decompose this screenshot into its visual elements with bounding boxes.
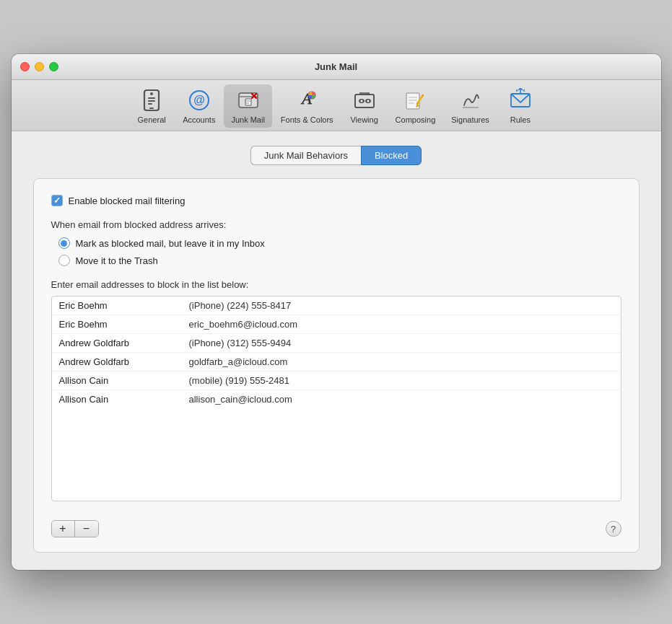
list-entry-contact: (mobile) (919) 555-2481 (189, 375, 289, 386)
add-remove-group: + − (51, 520, 99, 537)
signatures-icon (458, 87, 484, 113)
radio-row-move-trash[interactable]: Move it to the Trash (58, 255, 621, 266)
list-item[interactable]: Eric Boehm eric_boehm6@icloud.com (52, 315, 621, 334)
toolbar-label-composing: Composing (396, 115, 436, 124)
list-entry-name: Andrew Goldfarb (59, 356, 189, 367)
rules-icon (507, 87, 533, 113)
toolbar-item-signatures[interactable]: Signatures (444, 84, 497, 128)
list-entry-contact: (iPhone) (312) 555-9494 (189, 338, 292, 348)
maximize-button[interactable] (49, 62, 58, 71)
list-entry-name: Andrew Goldfarb (59, 338, 189, 348)
tab-junkmail-behaviors[interactable]: Junk Mail Behaviors (250, 146, 361, 165)
list-entry-contact: eric_boehm6@icloud.com (189, 319, 298, 330)
svg-rect-2 (148, 97, 155, 99)
svg-point-1 (150, 92, 153, 95)
svg-rect-4 (148, 103, 152, 105)
toolbar-label-signatures: Signatures (451, 115, 489, 124)
enable-filtering-checkbox[interactable] (51, 195, 63, 206)
blocked-list[interactable]: Eric Boehm (iPhone) (224) 555-8417 Eric … (51, 296, 621, 501)
tab-blocked[interactable]: Blocked (361, 146, 422, 165)
list-entry-name: Eric Boehm (59, 319, 189, 330)
window-title: Junk Mail (315, 61, 357, 72)
fontscolors-icon: A A (294, 87, 320, 113)
toolbar-label-general: General (138, 115, 166, 124)
add-button[interactable]: + (52, 521, 75, 537)
list-entry-name: Eric Boehm (59, 300, 189, 311)
svg-rect-3 (148, 100, 155, 102)
radio-label-mark-blocked: Mark as blocked mail, but leave it in my… (76, 238, 265, 249)
toolbar-item-junkmail[interactable]: Junk Mail (224, 84, 271, 128)
tab-bar: Junk Mail Behaviors Blocked (33, 146, 640, 165)
minimize-button[interactable] (35, 62, 44, 71)
svg-text:@: @ (193, 94, 205, 106)
composing-icon (402, 87, 428, 113)
radio-group: Mark as blocked mail, but leave it in my… (58, 237, 621, 266)
toolbar-item-composing[interactable]: Composing (388, 84, 443, 128)
close-button[interactable] (20, 62, 30, 71)
list-item[interactable]: Andrew Goldfarb goldfarb_a@icloud.com (52, 353, 621, 372)
list-item[interactable]: Allison Cain allison_cain@icloud.com (52, 390, 621, 408)
toolbar-label-accounts: Accounts (183, 115, 215, 124)
radio-row-mark-blocked[interactable]: Mark as blocked mail, but leave it in my… (58, 237, 621, 249)
toolbar-label-viewing: Viewing (350, 115, 378, 124)
list-item[interactable]: Allison Cain (mobile) (919) 555-2481 (52, 372, 621, 390)
general-icon (139, 87, 165, 113)
content-area: Junk Mail Behaviors Blocked Enable block… (12, 131, 661, 570)
toolbar-item-general[interactable]: General (129, 84, 174, 128)
svg-rect-10 (245, 99, 251, 105)
list-entry-name: Allison Cain (59, 375, 189, 386)
accounts-icon: @ (186, 87, 212, 113)
toolbar-label-rules: Rules (510, 115, 531, 124)
toolbar-item-viewing[interactable]: Viewing (342, 84, 387, 128)
help-button[interactable]: ? (606, 521, 621, 537)
window-controls (20, 62, 58, 71)
bottom-bar: + − ? (51, 513, 621, 537)
toolbar-item-accounts[interactable]: @ Accounts (175, 84, 222, 128)
list-label: Enter email addresses to block in the li… (51, 279, 621, 290)
main-window: Junk Mail General @ (12, 54, 661, 570)
svg-point-20 (360, 100, 362, 102)
toolbar: General @ Accounts (12, 80, 661, 131)
panel: Enable blocked mail filtering When email… (33, 178, 640, 553)
viewing-icon (352, 87, 378, 113)
list-item[interactable]: Eric Boehm (iPhone) (224) 555-8417 (52, 296, 621, 315)
radio-move-trash[interactable] (58, 255, 70, 266)
list-item[interactable]: Andrew Goldfarb (iPhone) (312) 555-9494 (52, 334, 621, 353)
junkmail-icon (235, 87, 261, 113)
toolbar-label-fontscolors: Fonts & Colors (281, 115, 333, 124)
list-entry-name: Allison Cain (59, 394, 189, 405)
toolbar-label-junkmail: Junk Mail (231, 115, 264, 124)
title-bar: Junk Mail (12, 54, 661, 80)
remove-button[interactable]: − (75, 521, 98, 537)
radio-mark-blocked[interactable] (58, 237, 70, 249)
section-label: When email from blocked address arrives: (51, 219, 621, 230)
list-entry-contact: allison_cain@icloud.com (189, 394, 292, 405)
svg-rect-5 (149, 107, 154, 109)
list-entry-contact: goldfarb_a@icloud.com (189, 356, 288, 367)
list-entry-contact: (iPhone) (224) 555-8417 (189, 300, 292, 311)
enable-filtering-label: Enable blocked mail filtering (69, 195, 186, 206)
toolbar-item-fontscolors[interactable]: A A Fonts & Colors (274, 84, 341, 128)
checkbox-row: Enable blocked mail filtering (51, 195, 621, 206)
radio-label-move-trash: Move it to the Trash (76, 255, 158, 266)
toolbar-item-rules[interactable]: Rules (498, 84, 543, 128)
svg-point-22 (367, 100, 369, 102)
